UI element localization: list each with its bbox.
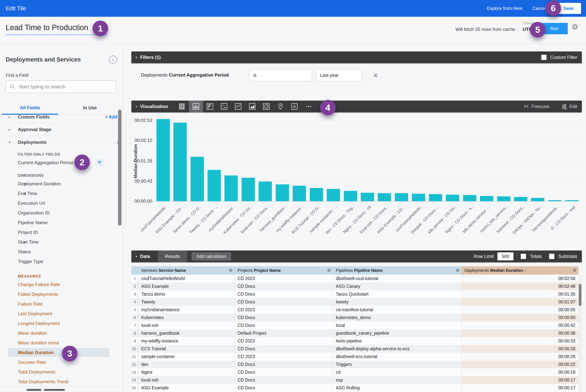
chart-bar[interactable] — [429, 194, 442, 201]
cell-median-duration[interactable]: 00:01:35 — [462, 290, 579, 298]
viz-type-line-icon[interactable] — [231, 100, 245, 112]
field-item-execution-url[interactable]: Execution Url — [0, 198, 120, 208]
cell-median-duration[interactable]: 00:00:36 — [462, 329, 579, 337]
field-item-organization-id[interactable]: Organization ID — [0, 208, 120, 218]
viz-type-bar-icon[interactable] — [189, 100, 203, 112]
column-header-project-name[interactable]: Projects Project Name ⚙ — [235, 266, 333, 275]
cell-pipeline-name[interactable]: local — [333, 322, 462, 329]
cell-service-name[interactable]: Tanzu demo — [138, 290, 235, 298]
chart-bar[interactable] — [378, 193, 391, 201]
cell-median-duration[interactable]: 00:01:07 — [462, 298, 579, 306]
cancel-link[interactable]: Cancel — [532, 6, 546, 11]
field-item-deployment-duration[interactable]: ▸Deployment Duration — [0, 179, 120, 188]
gear-icon[interactable]: ⚙ — [229, 268, 233, 273]
field-item-mean-duration[interactable]: Mean duration — [0, 328, 120, 338]
subtotals-checkbox[interactable] — [549, 254, 555, 259]
cell-project-name[interactable]: CD 2023 — [235, 337, 333, 345]
totals-checkbox[interactable] — [521, 254, 526, 259]
table-scrollbar-thumb[interactable] — [579, 284, 582, 306]
cell-service-name[interactable]: sample-container — [138, 353, 235, 360]
column-header-pipeline-name[interactable]: Pipelines Pipeline Name ⚙ — [333, 266, 462, 275]
cell-service-name[interactable]: ASG Example — [138, 384, 235, 392]
cell-median-duration[interactable]: 00:00:18 — [462, 368, 579, 376]
field-search-box[interactable] — [5, 80, 116, 93]
cell-service-name[interactable]: cicdTutorialHelloWorld — [138, 275, 235, 282]
cell-project-name[interactable]: CD Docs — [235, 345, 333, 353]
viz-type-table-icon[interactable] — [175, 100, 189, 112]
custom-filter-checkbox[interactable] — [541, 55, 547, 60]
add-calculation-button[interactable]: Add calculation — [191, 252, 231, 260]
cell-median-duration[interactable]: 00:02:48 — [462, 282, 579, 290]
chart-bar[interactable] — [497, 196, 511, 201]
field-item-mean-duration-trend[interactable]: Mean duration trend — [0, 338, 120, 348]
cell-median-duration[interactable]: 00:00:55 — [462, 306, 579, 314]
field-group-deployments[interactable]: ▾Deployments2 — [0, 136, 120, 148]
chart-bar[interactable] — [310, 188, 323, 201]
gear-icon[interactable]: ⚙ — [573, 268, 577, 273]
edit-viz-button[interactable]: Edit — [562, 104, 577, 109]
cell-service-name[interactable]: harness_guestbook — [138, 329, 235, 337]
cell-project-name[interactable]: Default Project — [235, 329, 333, 337]
filter-value-input[interactable]: Last year — [316, 69, 362, 81]
cell-median-duration[interactable]: 00:02:56 — [462, 275, 579, 282]
chart-bar[interactable] — [173, 123, 187, 201]
cell-service-name[interactable]: Tweety — [138, 298, 235, 306]
chart-bar[interactable] — [191, 157, 204, 201]
cell-pipeline-name[interactable]: tweety — [333, 298, 462, 306]
cell-pipeline-name[interactable]: Triggers — [333, 360, 462, 368]
field-item-trigger-type[interactable]: Trigger Type — [0, 256, 120, 266]
cell-service-name[interactable]: ECS Tutorial — [138, 345, 235, 353]
field-item-end-time[interactable]: ▸End Time — [0, 188, 120, 198]
field-item-success-rate[interactable]: Success Rate — [0, 357, 120, 367]
field-group-custom-fields[interactable]: ▸Custom Fields+ Add — [0, 111, 120, 124]
chart-bar[interactable] — [361, 193, 374, 201]
filter-operator-select[interactable]: is — [249, 69, 312, 81]
cell-project-name[interactable]: CD Docs — [235, 290, 333, 298]
viz-type-more-icon[interactable] — [302, 100, 316, 112]
cell-pipeline-name[interactable]: ASG Rolling — [333, 384, 462, 392]
column-header-median-duration[interactable]: Deployments Median Duration ↓ ⚙ — [462, 266, 579, 275]
chart-bar[interactable] — [327, 189, 340, 201]
cell-project-name[interactable]: CD Docs — [235, 368, 333, 376]
cell-service-name[interactable]: dev — [138, 360, 235, 368]
chart-bar[interactable] — [224, 176, 238, 201]
field-item-median-duration[interactable]: Median Duration — [0, 348, 120, 357]
cell-median-duration[interactable]: 00:00:17 — [462, 376, 579, 384]
cell-service-name[interactable]: my-wildfly-instance — [138, 337, 235, 345]
field-item-failure-rate[interactable]: Failure Rate — [0, 299, 120, 309]
cell-project-name[interactable]: CD 2023 — [235, 275, 333, 282]
cell-project-name[interactable]: CD Docs — [235, 298, 333, 306]
cell-project-name[interactable]: CD Docs — [235, 384, 333, 392]
field-search-input[interactable] — [19, 84, 110, 90]
viz-type-scatter-icon[interactable] — [217, 100, 231, 112]
remove-filter-icon[interactable]: ✕ — [373, 72, 378, 79]
filter-by-field-button[interactable] — [95, 159, 104, 166]
cell-service-name[interactable]: Kubernetes — [138, 314, 235, 322]
cell-service-name[interactable]: myGrafanaInstance — [138, 306, 235, 314]
field-group-approval-stage[interactable]: ▸Approval Stage — [0, 124, 120, 136]
cell-pipeline-name[interactable]: exp — [333, 376, 462, 384]
table-scrollbar[interactable] — [579, 275, 582, 392]
chart-bar[interactable] — [548, 200, 562, 201]
chart-bar[interactable] — [531, 198, 544, 201]
section-collapse-icon[interactable]: ▾ — [135, 56, 137, 59]
chart-bar[interactable] — [514, 197, 527, 201]
cell-service-name[interactable]: Nginx — [138, 368, 235, 376]
forecast-button[interactable]: Forecast — [523, 104, 549, 109]
viz-type-single-value-icon[interactable]: 6 — [287, 100, 302, 112]
cell-median-duration[interactable]: 00:00:42 — [462, 322, 579, 329]
cell-service-name[interactable]: ASG Example — [138, 282, 235, 290]
chart-bar[interactable] — [293, 186, 306, 201]
chart-bar[interactable] — [395, 193, 408, 201]
chart-bar[interactable] — [242, 178, 255, 201]
cell-project-name[interactable]: CD Docs — [235, 376, 333, 384]
section-collapse-icon[interactable]: ▾ — [135, 255, 137, 258]
cell-pipeline-name[interactable]: dbothwell-cicd-tutorial — [333, 275, 462, 282]
cell-median-duration[interactable]: 00:00:33 — [462, 337, 579, 345]
cell-project-name[interactable]: CD 2023 — [235, 353, 333, 360]
cell-pipeline-name[interactable]: cd — [333, 368, 462, 376]
cell-median-duration[interactable]: 00:00:17 — [462, 384, 579, 392]
field-item-last-deployment[interactable]: Last Deployment — [0, 309, 120, 318]
field-item-change-failure-rate[interactable]: Change Failure Rate — [0, 280, 120, 289]
cell-project-name[interactable]: CD Docs — [235, 360, 333, 368]
